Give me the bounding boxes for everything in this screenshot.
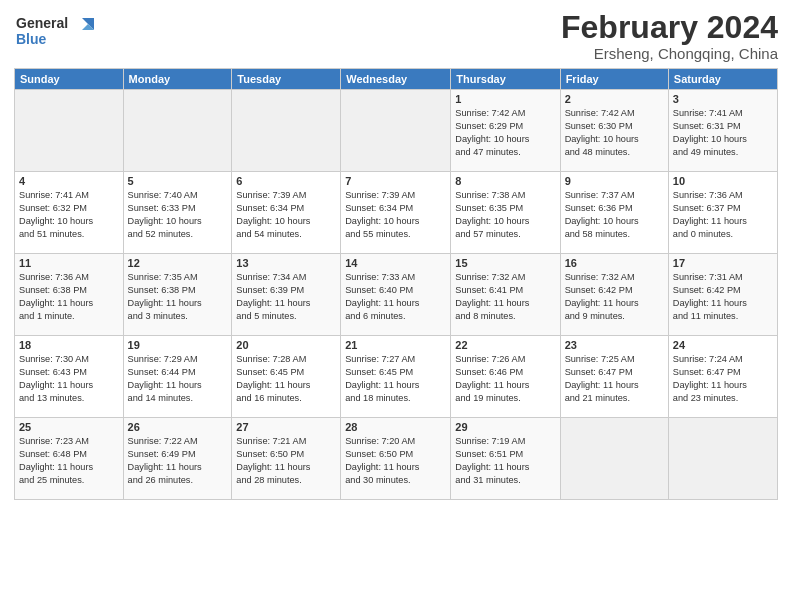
day-info: Sunrise: 7:32 AM Sunset: 6:41 PM Dayligh… bbox=[455, 271, 555, 323]
day-number: 29 bbox=[455, 421, 555, 433]
logo-area: General Blue bbox=[14, 10, 104, 54]
calendar-week-4: 25Sunrise: 7:23 AM Sunset: 6:48 PM Dayli… bbox=[15, 418, 778, 500]
calendar-cell: 18Sunrise: 7:30 AM Sunset: 6:43 PM Dayli… bbox=[15, 336, 124, 418]
day-number: 16 bbox=[565, 257, 664, 269]
day-info: Sunrise: 7:39 AM Sunset: 6:34 PM Dayligh… bbox=[345, 189, 446, 241]
calendar-cell: 11Sunrise: 7:36 AM Sunset: 6:38 PM Dayli… bbox=[15, 254, 124, 336]
calendar-week-3: 18Sunrise: 7:30 AM Sunset: 6:43 PM Dayli… bbox=[15, 336, 778, 418]
calendar-cell: 1Sunrise: 7:42 AM Sunset: 6:29 PM Daylig… bbox=[451, 90, 560, 172]
day-info: Sunrise: 7:22 AM Sunset: 6:49 PM Dayligh… bbox=[128, 435, 228, 487]
location: Ersheng, Chongqing, China bbox=[561, 45, 778, 62]
day-number: 11 bbox=[19, 257, 119, 269]
day-info: Sunrise: 7:36 AM Sunset: 6:37 PM Dayligh… bbox=[673, 189, 773, 241]
calendar-cell bbox=[123, 90, 232, 172]
day-number: 28 bbox=[345, 421, 446, 433]
day-number: 26 bbox=[128, 421, 228, 433]
calendar-cell: 17Sunrise: 7:31 AM Sunset: 6:42 PM Dayli… bbox=[668, 254, 777, 336]
day-info: Sunrise: 7:25 AM Sunset: 6:47 PM Dayligh… bbox=[565, 353, 664, 405]
day-number: 6 bbox=[236, 175, 336, 187]
day-number: 1 bbox=[455, 93, 555, 105]
day-info: Sunrise: 7:42 AM Sunset: 6:29 PM Dayligh… bbox=[455, 107, 555, 159]
day-info: Sunrise: 7:19 AM Sunset: 6:51 PM Dayligh… bbox=[455, 435, 555, 487]
header-monday: Monday bbox=[123, 69, 232, 90]
calendar-cell: 2Sunrise: 7:42 AM Sunset: 6:30 PM Daylig… bbox=[560, 90, 668, 172]
day-number: 5 bbox=[128, 175, 228, 187]
day-info: Sunrise: 7:42 AM Sunset: 6:30 PM Dayligh… bbox=[565, 107, 664, 159]
day-number: 8 bbox=[455, 175, 555, 187]
calendar-header-row: Sunday Monday Tuesday Wednesday Thursday… bbox=[15, 69, 778, 90]
day-info: Sunrise: 7:34 AM Sunset: 6:39 PM Dayligh… bbox=[236, 271, 336, 323]
day-info: Sunrise: 7:35 AM Sunset: 6:38 PM Dayligh… bbox=[128, 271, 228, 323]
day-number: 23 bbox=[565, 339, 664, 351]
day-number: 10 bbox=[673, 175, 773, 187]
day-number: 13 bbox=[236, 257, 336, 269]
day-info: Sunrise: 7:23 AM Sunset: 6:48 PM Dayligh… bbox=[19, 435, 119, 487]
day-number: 9 bbox=[565, 175, 664, 187]
svg-text:Blue: Blue bbox=[16, 31, 47, 47]
calendar-cell: 22Sunrise: 7:26 AM Sunset: 6:46 PM Dayli… bbox=[451, 336, 560, 418]
day-info: Sunrise: 7:27 AM Sunset: 6:45 PM Dayligh… bbox=[345, 353, 446, 405]
calendar-cell bbox=[232, 90, 341, 172]
day-info: Sunrise: 7:37 AM Sunset: 6:36 PM Dayligh… bbox=[565, 189, 664, 241]
day-info: Sunrise: 7:39 AM Sunset: 6:34 PM Dayligh… bbox=[236, 189, 336, 241]
calendar-cell: 13Sunrise: 7:34 AM Sunset: 6:39 PM Dayli… bbox=[232, 254, 341, 336]
calendar-cell: 26Sunrise: 7:22 AM Sunset: 6:49 PM Dayli… bbox=[123, 418, 232, 500]
calendar-cell bbox=[15, 90, 124, 172]
calendar-cell: 27Sunrise: 7:21 AM Sunset: 6:50 PM Dayli… bbox=[232, 418, 341, 500]
calendar-cell: 23Sunrise: 7:25 AM Sunset: 6:47 PM Dayli… bbox=[560, 336, 668, 418]
day-number: 21 bbox=[345, 339, 446, 351]
title-area: February 2024 Ersheng, Chongqing, China bbox=[561, 10, 778, 62]
calendar-cell bbox=[560, 418, 668, 500]
day-number: 18 bbox=[19, 339, 119, 351]
header-friday: Friday bbox=[560, 69, 668, 90]
header: General Blue February 2024 Ersheng, Chon… bbox=[14, 10, 778, 62]
calendar-cell: 7Sunrise: 7:39 AM Sunset: 6:34 PM Daylig… bbox=[341, 172, 451, 254]
day-info: Sunrise: 7:21 AM Sunset: 6:50 PM Dayligh… bbox=[236, 435, 336, 487]
day-info: Sunrise: 7:31 AM Sunset: 6:42 PM Dayligh… bbox=[673, 271, 773, 323]
logo: General Blue bbox=[14, 10, 104, 54]
calendar-week-1: 4Sunrise: 7:41 AM Sunset: 6:32 PM Daylig… bbox=[15, 172, 778, 254]
calendar-cell: 24Sunrise: 7:24 AM Sunset: 6:47 PM Dayli… bbox=[668, 336, 777, 418]
calendar-cell: 28Sunrise: 7:20 AM Sunset: 6:50 PM Dayli… bbox=[341, 418, 451, 500]
calendar-week-0: 1Sunrise: 7:42 AM Sunset: 6:29 PM Daylig… bbox=[15, 90, 778, 172]
day-number: 15 bbox=[455, 257, 555, 269]
calendar-cell: 3Sunrise: 7:41 AM Sunset: 6:31 PM Daylig… bbox=[668, 90, 777, 172]
day-number: 17 bbox=[673, 257, 773, 269]
day-info: Sunrise: 7:29 AM Sunset: 6:44 PM Dayligh… bbox=[128, 353, 228, 405]
calendar-cell: 29Sunrise: 7:19 AM Sunset: 6:51 PM Dayli… bbox=[451, 418, 560, 500]
day-number: 25 bbox=[19, 421, 119, 433]
day-info: Sunrise: 7:41 AM Sunset: 6:32 PM Dayligh… bbox=[19, 189, 119, 241]
header-wednesday: Wednesday bbox=[341, 69, 451, 90]
day-info: Sunrise: 7:28 AM Sunset: 6:45 PM Dayligh… bbox=[236, 353, 336, 405]
day-number: 2 bbox=[565, 93, 664, 105]
calendar-cell: 25Sunrise: 7:23 AM Sunset: 6:48 PM Dayli… bbox=[15, 418, 124, 500]
day-info: Sunrise: 7:30 AM Sunset: 6:43 PM Dayligh… bbox=[19, 353, 119, 405]
svg-text:General: General bbox=[16, 15, 68, 31]
day-info: Sunrise: 7:41 AM Sunset: 6:31 PM Dayligh… bbox=[673, 107, 773, 159]
calendar-cell: 9Sunrise: 7:37 AM Sunset: 6:36 PM Daylig… bbox=[560, 172, 668, 254]
calendar-cell bbox=[341, 90, 451, 172]
day-number: 27 bbox=[236, 421, 336, 433]
calendar-cell: 19Sunrise: 7:29 AM Sunset: 6:44 PM Dayli… bbox=[123, 336, 232, 418]
day-info: Sunrise: 7:24 AM Sunset: 6:47 PM Dayligh… bbox=[673, 353, 773, 405]
calendar-cell: 6Sunrise: 7:39 AM Sunset: 6:34 PM Daylig… bbox=[232, 172, 341, 254]
calendar-cell bbox=[668, 418, 777, 500]
calendar-cell: 12Sunrise: 7:35 AM Sunset: 6:38 PM Dayli… bbox=[123, 254, 232, 336]
day-info: Sunrise: 7:40 AM Sunset: 6:33 PM Dayligh… bbox=[128, 189, 228, 241]
day-info: Sunrise: 7:26 AM Sunset: 6:46 PM Dayligh… bbox=[455, 353, 555, 405]
calendar-table: Sunday Monday Tuesday Wednesday Thursday… bbox=[14, 68, 778, 500]
calendar-cell: 14Sunrise: 7:33 AM Sunset: 6:40 PM Dayli… bbox=[341, 254, 451, 336]
calendar-cell: 16Sunrise: 7:32 AM Sunset: 6:42 PM Dayli… bbox=[560, 254, 668, 336]
calendar-cell: 21Sunrise: 7:27 AM Sunset: 6:45 PM Dayli… bbox=[341, 336, 451, 418]
day-info: Sunrise: 7:38 AM Sunset: 6:35 PM Dayligh… bbox=[455, 189, 555, 241]
day-info: Sunrise: 7:32 AM Sunset: 6:42 PM Dayligh… bbox=[565, 271, 664, 323]
header-sunday: Sunday bbox=[15, 69, 124, 90]
day-number: 20 bbox=[236, 339, 336, 351]
day-number: 22 bbox=[455, 339, 555, 351]
day-number: 3 bbox=[673, 93, 773, 105]
month-title: February 2024 bbox=[561, 10, 778, 45]
header-saturday: Saturday bbox=[668, 69, 777, 90]
calendar-cell: 10Sunrise: 7:36 AM Sunset: 6:37 PM Dayli… bbox=[668, 172, 777, 254]
day-number: 4 bbox=[19, 175, 119, 187]
calendar-week-2: 11Sunrise: 7:36 AM Sunset: 6:38 PM Dayli… bbox=[15, 254, 778, 336]
